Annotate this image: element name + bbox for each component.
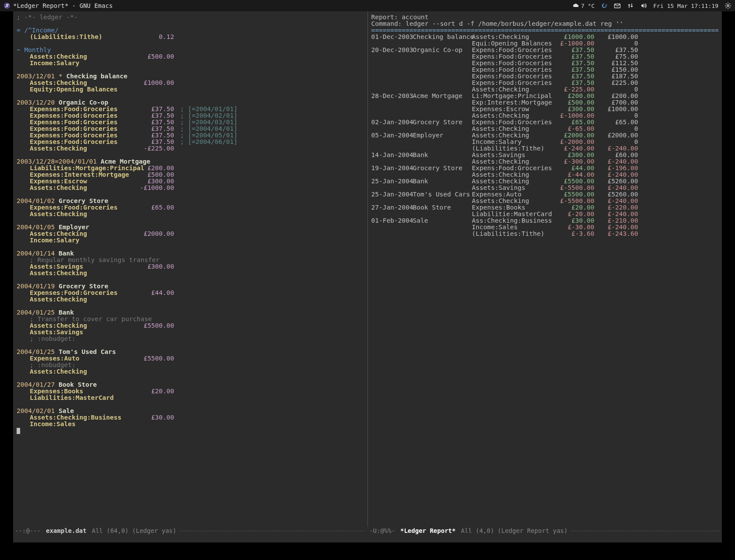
posting-row: Assets:Checking — [17, 368, 364, 375]
entry-header: 2004/01/19 Grocery Store — [17, 283, 364, 290]
posting-row: Assets:Checking£5500.00 — [17, 322, 364, 329]
posting-row: Assets:Checking-£225.00 — [17, 145, 364, 152]
register-row: 25-Jan-2004Tom's Used CarsExpenses:Auto£… — [371, 191, 719, 198]
register-row: 27-Jan-2004Book StoreExpenses:Books£20.0… — [371, 204, 719, 211]
refresh-icon[interactable] — [601, 2, 608, 9]
register-row: Income:Sales£-30.00£-240.00 — [371, 224, 719, 231]
posting-row: Assets:Checking-£1000.00 — [17, 185, 364, 191]
posting-row: Income:Sales — [17, 421, 364, 427]
entry-header: 2003/12/28=2004/01/01 Acme Mortgage — [17, 158, 364, 165]
posting-row: Liabilities:MasterCard — [17, 395, 364, 401]
settings-gear-icon[interactable] — [724, 2, 732, 9]
desktop-panel: *Ledger Report* - GNU Emacs 7 °C Fri 15 … — [0, 0, 735, 11]
mail-icon[interactable] — [614, 2, 621, 9]
entry-header: 2004/01/25 Bank — [17, 309, 364, 316]
register-row: Assets:Checking£-65.000 — [371, 126, 719, 132]
posting-row: (Liabilities:Tithe)0.12 — [17, 34, 364, 40]
ledger-file-buffer[interactable]: ; -*- ledger -*- = /^Income/(Liabilities… — [13, 11, 368, 527]
mode-line-row: --:@--- example.dat All (64,0) (Ledger y… — [13, 527, 722, 535]
register-row: 28-Dec-2003Acme MortgageLi:Mortgage:Prin… — [371, 93, 719, 99]
posting-row: Assets:Checking£500.00 — [17, 53, 364, 60]
register-row: Liabilitie:MasterCard£-20.00£-240.00 — [371, 211, 719, 217]
register-row: 14-Jan-2004BankAssets:Savings£300.00£60.… — [371, 152, 719, 158]
register-row: Assets:Checking£-300.00£-240.00 — [371, 158, 719, 165]
register-row: Expens:Food:Groceries£37.50£112.50 — [371, 60, 719, 66]
register-row: Equi:Opening Balances£-1000.000 — [371, 40, 719, 47]
posting-row: Expenses:Food:Groceries£37.50; [=2004/03… — [17, 119, 364, 126]
register-row: (Liabilities:Tithe)£-240.00£-240.00 — [371, 145, 719, 152]
register-row: 01-Feb-2004SaleAss:Checking:Business£30.… — [371, 217, 719, 224]
emacs-app-icon — [4, 2, 10, 9]
echo-area — [13, 535, 722, 542]
posting-row: Expenses:Escrow£300.00 — [17, 178, 364, 185]
posting-row: Assets:Checking£2000.00 — [17, 231, 364, 237]
posting-row: Assets:Checking£1000.00 — [17, 80, 364, 86]
posting-row: Expenses:Auto£5500.00 — [17, 355, 364, 362]
register-row: Exp:Interest:Mortgage£500.00£700.00 — [371, 99, 719, 106]
entry-header: 2003/12/01 * Checking balance — [17, 73, 364, 80]
register-row: 02-Jan-2004Grocery StoreExpens:Food:Groc… — [371, 119, 719, 126]
posting-row: Equity:Opening Balances — [17, 86, 364, 93]
posting-row: Expenses:Food:Groceries£37.50; [=2004/05… — [17, 132, 364, 139]
posting-row: Assets:Checking — [17, 296, 364, 303]
window-title: *Ledger Report* - GNU Emacs — [13, 2, 113, 9]
posting-row: Liabilities:Mortgage:Principal£200.00 — [17, 165, 364, 172]
register-row: 01-Dec-2003Checking balanceAssets:Checki… — [371, 34, 719, 40]
posting-row: Income:Salary — [17, 237, 364, 244]
posting-row: Expenses:Interest:Mortgage£500.00 — [17, 172, 364, 178]
register-row: Assets:Checking£-5500.00£-240.00 — [371, 198, 719, 204]
report-title: Report: account — [371, 14, 719, 21]
posting-row: Assets:Checking — [17, 211, 364, 217]
mode-line-left[interactable]: --:@--- example.dat All (64,0) (Ledger y… — [13, 527, 368, 535]
posting-row: Expenses:Books£20.00 — [17, 388, 364, 395]
svg-point-0 — [4, 3, 10, 9]
volume-icon[interactable] — [640, 2, 647, 9]
register-row: Expens:Food:Groceries£37.50£150.00 — [371, 66, 719, 73]
register-row: 20-Dec-2003Organic Co-opExpens:Food:Groc… — [371, 47, 719, 53]
posting-row: Expenses:Food:Groceries£37.50; [=2004/02… — [17, 112, 364, 119]
svg-point-2 — [727, 5, 729, 7]
register-row: 05-Jan-2004EmployerAssets:Checking£2000.… — [371, 132, 719, 139]
ledger-report-buffer[interactable]: Report: accountCommand: ledger --sort d … — [368, 11, 722, 527]
file-mode-comment: ; -*- ledger -*- — [17, 14, 364, 21]
mode-line-right[interactable]: -U:@%%- *Ledger Report* All (4,0) (Ledge… — [368, 527, 722, 535]
register-row: Assets:Savings£-5500.00£-240.00 — [371, 185, 719, 191]
entry-header: 2004/01/27 Book Store — [17, 382, 364, 388]
register-row: Expens:Food:Groceries£37.50£225.00 — [371, 80, 719, 86]
entry-header: 2004/01/05 Employer — [17, 224, 364, 231]
entry-header: 2004/01/25 Tom's Used Cars — [17, 349, 364, 355]
network-icon[interactable] — [627, 2, 634, 9]
posting-row: Expenses:Food:Groceries£37.50; [=2004/04… — [17, 126, 364, 132]
register-row: 25-Jan-2004BankAssets:Checking£5500.00£5… — [371, 178, 719, 185]
buffer-name-right: *Ledger Report* — [397, 528, 459, 534]
posting-row: Expenses:Food:Groceries£65.00 — [17, 204, 364, 211]
report-divider: ========================================… — [371, 27, 719, 34]
posting-row: Expenses:Food:Groceries£37.50; [=2004/06… — [17, 139, 364, 145]
cloud-icon — [572, 2, 579, 9]
register-row: Expens:Food:Groceries£37.50£75.00 — [371, 53, 719, 60]
clock[interactable]: Fri 15 Mar 17:11:19 — [653, 3, 718, 9]
register-row: Assets:Checking£-225.000 — [371, 86, 719, 93]
register-row: Assets:Checking£-1000.000 — [371, 112, 719, 119]
entry-header: 2003/12/20 Organic Co-op — [17, 99, 364, 106]
emacs-frame: ; -*- ledger -*- = /^Income/(Liabilities… — [13, 11, 722, 542]
report-command: Command: ledger --sort d -f /home/borbus… — [371, 21, 719, 27]
register-row: Expens:Food:Groceries£37.50£187.50 — [371, 73, 719, 80]
posting-row: Expenses:Food:Groceries£37.50; [=2004/01… — [17, 106, 364, 112]
register-row: Expenses:Escrow£300.00£1000.00 — [371, 106, 719, 112]
posting-row: Expenses:Food:Groceries£44.00 — [17, 290, 364, 296]
text-cursor — [17, 428, 20, 434]
entry-header: 2004/01/02 Grocery Store — [17, 198, 364, 204]
register-row: Income:Salary£-2000.000 — [371, 139, 719, 145]
posting-row: Assets:Checking — [17, 270, 364, 276]
posting-row: Assets:Savings£300.00 — [17, 263, 364, 270]
register-row: Assets:Checking£-44.00£-240.00 — [371, 172, 719, 178]
entry-header: 2004/02/01 Sale — [17, 408, 364, 414]
weather-indicator[interactable]: 7 °C — [572, 2, 595, 9]
posting-row: Assets:Checking:Business£30.00 — [17, 414, 364, 421]
posting-row: Income:Salary — [17, 60, 364, 66]
entry-header: 2004/01/14 Bank — [17, 250, 364, 257]
buffer-name-left: example.dat — [42, 528, 90, 534]
register-row: 19-Jan-2004Grocery StoreExpens:Food:Groc… — [371, 165, 719, 172]
posting-row: Assets:Savings — [17, 329, 364, 336]
